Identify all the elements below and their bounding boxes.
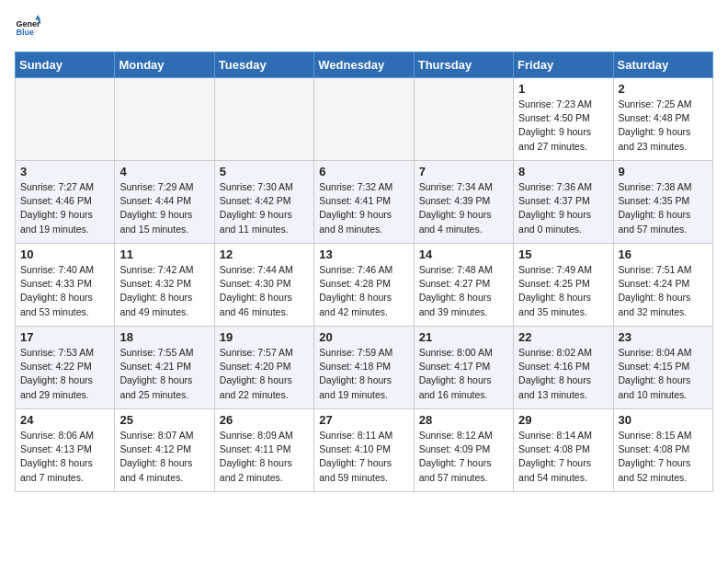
page-header: General Blue — [15, 15, 713, 40]
day-detail: Sunrise: 7:34 AM Sunset: 4:39 PM Dayligh… — [419, 180, 508, 236]
day-number: 7 — [419, 165, 508, 178]
day-detail: Sunrise: 7:42 AM Sunset: 4:32 PM Dayligh… — [119, 263, 209, 319]
day-number: 11 — [119, 247, 209, 261]
calendar-cell: 16Sunrise: 7:51 AM Sunset: 4:24 PM Dayli… — [613, 244, 712, 327]
day-detail: Sunrise: 7:30 AM Sunset: 4:42 PM Dayligh… — [220, 180, 309, 236]
day-detail: Sunrise: 7:25 AM Sunset: 4:48 PM Dayligh… — [619, 98, 708, 154]
calendar-week-3: 10Sunrise: 7:40 AM Sunset: 4:33 PM Dayli… — [16, 244, 713, 327]
day-detail: Sunrise: 8:07 AM Sunset: 4:12 PM Dayligh… — [119, 429, 209, 485]
weekday-header-row: SundayMondayTuesdayWednesdayThursdayFrid… — [16, 52, 713, 78]
weekday-thursday: Thursday — [414, 52, 513, 78]
day-number: 2 — [619, 82, 708, 96]
day-detail: Sunrise: 7:29 AM Sunset: 4:44 PM Dayligh… — [119, 180, 209, 236]
calendar-cell: 20Sunrise: 7:59 AM Sunset: 4:18 PM Dayli… — [314, 327, 414, 409]
calendar-cell: 2Sunrise: 7:25 AM Sunset: 4:48 PM Daylig… — [613, 78, 712, 161]
day-detail: Sunrise: 7:36 AM Sunset: 4:37 PM Dayligh… — [518, 180, 608, 236]
day-detail: Sunrise: 7:40 AM Sunset: 4:33 PM Dayligh… — [20, 263, 109, 319]
svg-text:General: General — [16, 19, 40, 29]
day-number: 18 — [119, 330, 209, 344]
day-number: 12 — [220, 247, 309, 261]
weekday-friday: Friday — [514, 52, 613, 78]
calendar-cell: 27Sunrise: 8:11 AM Sunset: 4:10 PM Dayli… — [314, 409, 414, 492]
day-number: 30 — [619, 413, 708, 427]
calendar-cell: 6Sunrise: 7:32 AM Sunset: 4:41 PM Daylig… — [314, 161, 414, 244]
calendar-cell: 11Sunrise: 7:42 AM Sunset: 4:32 PM Dayli… — [115, 244, 214, 327]
calendar-cell: 23Sunrise: 8:04 AM Sunset: 4:15 PM Dayli… — [613, 327, 712, 409]
day-detail: Sunrise: 7:51 AM Sunset: 4:24 PM Dayligh… — [619, 263, 708, 319]
calendar-cell: 4Sunrise: 7:29 AM Sunset: 4:44 PM Daylig… — [115, 161, 214, 244]
day-number: 10 — [20, 247, 109, 261]
logo-icon: General Blue — [15, 15, 40, 40]
day-number: 14 — [419, 247, 508, 261]
calendar-table: SundayMondayTuesdayWednesdayThursdayFrid… — [15, 52, 713, 492]
day-number: 21 — [419, 330, 508, 344]
calendar-cell: 26Sunrise: 8:09 AM Sunset: 4:11 PM Dayli… — [214, 409, 313, 492]
calendar-cell: 13Sunrise: 7:46 AM Sunset: 4:28 PM Dayli… — [314, 244, 414, 327]
calendar-cell: 30Sunrise: 8:15 AM Sunset: 4:08 PM Dayli… — [613, 409, 712, 492]
day-detail: Sunrise: 8:14 AM Sunset: 4:08 PM Dayligh… — [518, 429, 608, 485]
day-number: 3 — [20, 165, 109, 178]
day-detail: Sunrise: 8:09 AM Sunset: 4:11 PM Dayligh… — [220, 429, 309, 485]
day-number: 1 — [518, 82, 608, 96]
calendar-cell: 1Sunrise: 7:23 AM Sunset: 4:50 PM Daylig… — [514, 78, 613, 161]
day-number: 23 — [619, 330, 708, 344]
calendar-cell: 24Sunrise: 8:06 AM Sunset: 4:13 PM Dayli… — [16, 409, 115, 492]
day-number: 20 — [319, 330, 408, 344]
calendar-cell: 5Sunrise: 7:30 AM Sunset: 4:42 PM Daylig… — [214, 161, 313, 244]
weekday-tuesday: Tuesday — [214, 52, 313, 78]
day-number: 6 — [319, 165, 408, 178]
day-detail: Sunrise: 8:11 AM Sunset: 4:10 PM Dayligh… — [319, 429, 408, 485]
day-number: 13 — [319, 247, 408, 261]
day-detail: Sunrise: 7:55 AM Sunset: 4:21 PM Dayligh… — [119, 346, 209, 402]
day-detail: Sunrise: 8:15 AM Sunset: 4:08 PM Dayligh… — [619, 429, 708, 485]
calendar-week-5: 24Sunrise: 8:06 AM Sunset: 4:13 PM Dayli… — [16, 409, 713, 492]
day-detail: Sunrise: 7:57 AM Sunset: 4:20 PM Dayligh… — [220, 346, 309, 402]
day-number: 28 — [419, 413, 508, 427]
calendar-cell: 21Sunrise: 8:00 AM Sunset: 4:17 PM Dayli… — [414, 327, 513, 409]
day-number: 15 — [518, 247, 608, 261]
calendar-cell — [214, 78, 313, 161]
logo: General Blue — [15, 15, 44, 40]
calendar-cell — [414, 78, 513, 161]
calendar-cell: 19Sunrise: 7:57 AM Sunset: 4:20 PM Dayli… — [214, 327, 313, 409]
day-detail: Sunrise: 8:00 AM Sunset: 4:17 PM Dayligh… — [419, 346, 508, 402]
day-number: 9 — [619, 165, 708, 178]
day-number: 25 — [119, 413, 209, 427]
calendar-cell — [16, 78, 115, 161]
day-number: 17 — [20, 330, 109, 344]
calendar-cell — [115, 78, 214, 161]
svg-text:Blue: Blue — [16, 28, 34, 37]
day-number: 26 — [220, 413, 309, 427]
day-number: 19 — [220, 330, 309, 344]
calendar-cell: 9Sunrise: 7:38 AM Sunset: 4:35 PM Daylig… — [613, 161, 712, 244]
day-number: 22 — [518, 330, 608, 344]
calendar-cell: 18Sunrise: 7:55 AM Sunset: 4:21 PM Dayli… — [115, 327, 214, 409]
day-detail: Sunrise: 7:23 AM Sunset: 4:50 PM Dayligh… — [518, 98, 608, 154]
calendar-cell: 29Sunrise: 8:14 AM Sunset: 4:08 PM Dayli… — [514, 409, 613, 492]
calendar-cell: 17Sunrise: 7:53 AM Sunset: 4:22 PM Dayli… — [16, 327, 115, 409]
day-detail: Sunrise: 7:46 AM Sunset: 4:28 PM Dayligh… — [319, 263, 408, 319]
day-detail: Sunrise: 8:02 AM Sunset: 4:16 PM Dayligh… — [518, 346, 608, 402]
day-detail: Sunrise: 8:06 AM Sunset: 4:13 PM Dayligh… — [20, 429, 109, 485]
calendar-cell: 28Sunrise: 8:12 AM Sunset: 4:09 PM Dayli… — [414, 409, 513, 492]
calendar-cell: 22Sunrise: 8:02 AM Sunset: 4:16 PM Dayli… — [514, 327, 613, 409]
calendar-cell — [314, 78, 414, 161]
weekday-wednesday: Wednesday — [314, 52, 414, 78]
day-detail: Sunrise: 7:44 AM Sunset: 4:30 PM Dayligh… — [220, 263, 309, 319]
day-detail: Sunrise: 7:32 AM Sunset: 4:41 PM Dayligh… — [319, 180, 408, 236]
calendar-header: SundayMondayTuesdayWednesdayThursdayFrid… — [16, 52, 713, 78]
svg-marker-2 — [35, 15, 40, 20]
weekday-saturday: Saturday — [613, 52, 712, 78]
calendar-week-4: 17Sunrise: 7:53 AM Sunset: 4:22 PM Dayli… — [16, 327, 713, 409]
day-number: 16 — [619, 247, 708, 261]
calendar-cell: 14Sunrise: 7:48 AM Sunset: 4:27 PM Dayli… — [414, 244, 513, 327]
day-number: 27 — [319, 413, 408, 427]
calendar-cell: 10Sunrise: 7:40 AM Sunset: 4:33 PM Dayli… — [16, 244, 115, 327]
calendar-cell: 12Sunrise: 7:44 AM Sunset: 4:30 PM Dayli… — [214, 244, 313, 327]
calendar-cell: 15Sunrise: 7:49 AM Sunset: 4:25 PM Dayli… — [514, 244, 613, 327]
calendar-body: 1Sunrise: 7:23 AM Sunset: 4:50 PM Daylig… — [16, 78, 713, 492]
day-detail: Sunrise: 7:49 AM Sunset: 4:25 PM Dayligh… — [518, 263, 608, 319]
day-number: 24 — [20, 413, 109, 427]
day-detail: Sunrise: 7:48 AM Sunset: 4:27 PM Dayligh… — [419, 263, 508, 319]
day-detail: Sunrise: 8:04 AM Sunset: 4:15 PM Dayligh… — [619, 346, 708, 402]
